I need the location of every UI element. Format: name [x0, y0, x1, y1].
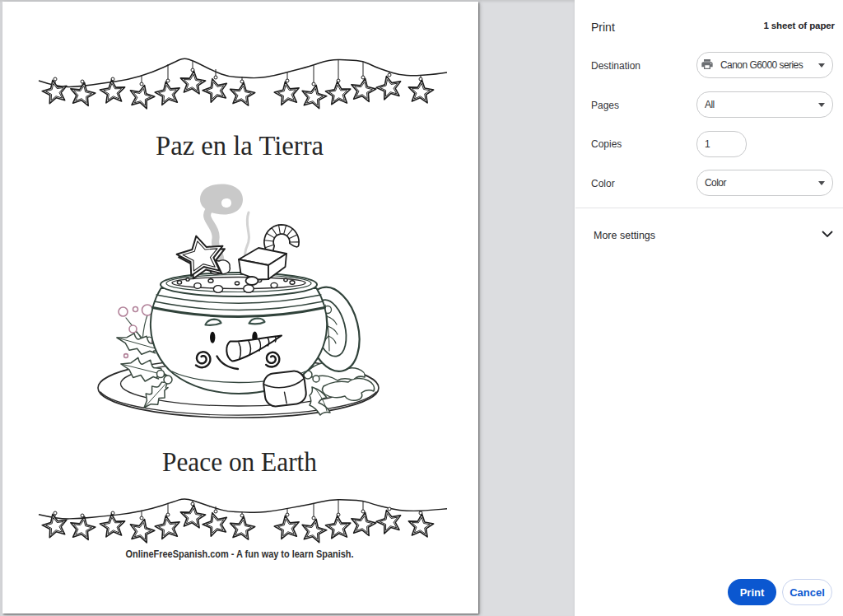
- svg-text:Peace on Earth: Peace on Earth: [162, 446, 317, 477]
- svg-text:OnlineFreeSpanish.com - A fun: OnlineFreeSpanish.com - A fun way to lea…: [126, 548, 354, 560]
- svg-text:Paz en la Tierra: Paz en la Tierra: [156, 131, 324, 161]
